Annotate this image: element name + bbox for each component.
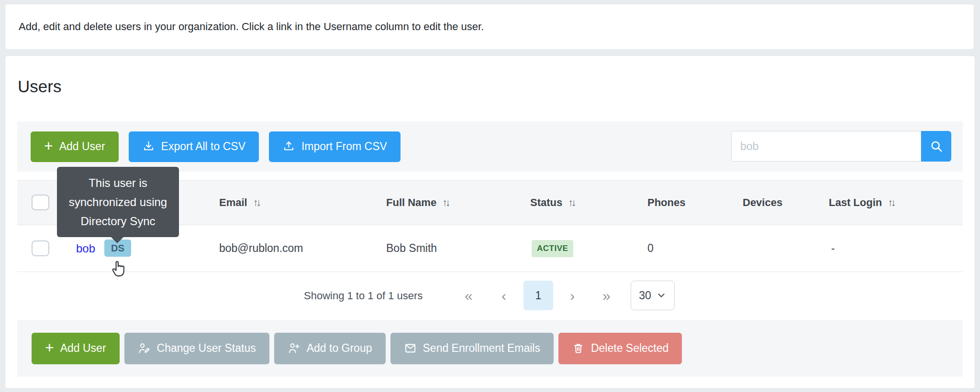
export-csv-label: Export All to CSV xyxy=(161,140,245,153)
pagination-last-button[interactable]: » xyxy=(602,272,611,320)
page-description: Add, edit and delete users in your organ… xyxy=(19,21,484,33)
plus-icon: + xyxy=(44,138,53,153)
sort-icon[interactable]: ↑↓ xyxy=(253,197,259,208)
tooltip-line: This user is xyxy=(57,174,179,193)
email-cell: bob@rublon.com xyxy=(219,225,303,272)
search-button[interactable] xyxy=(921,131,951,162)
bulk-actions-toolbar: + Add User Change User Status Add to Gro… xyxy=(17,320,963,377)
directory-sync-tooltip: This user is synchronized using Director… xyxy=(57,167,179,237)
chevron-right-icon: › xyxy=(570,288,575,304)
header-last-login[interactable]: Last Login ↑↓ xyxy=(829,181,894,225)
double-chevron-left-icon: « xyxy=(465,288,473,304)
import-csv-label: Import From CSV xyxy=(301,140,387,153)
trash-icon xyxy=(572,342,585,355)
add-user-button-bottom[interactable]: + Add User xyxy=(32,333,120,364)
change-user-status-label: Change User Status xyxy=(157,342,256,355)
users-panel: Users + Add User Export All to CSV Impor… xyxy=(5,55,975,389)
double-chevron-right-icon: » xyxy=(602,288,611,304)
send-enrollment-emails-label: Send Enrollment Emails xyxy=(423,342,540,355)
pagination-page-1[interactable]: 1 xyxy=(523,281,553,310)
tooltip-line: Directory Sync xyxy=(57,212,179,231)
add-user-button[interactable]: + Add User xyxy=(31,131,119,162)
users-admin-page: Add, edit and delete users in your organ… xyxy=(0,0,980,392)
select-all-checkbox[interactable] xyxy=(32,195,49,210)
last-login-cell: - xyxy=(831,225,835,272)
delete-selected-label: Delete Selected xyxy=(591,342,668,355)
full-name-cell: Bob Smith xyxy=(386,225,437,272)
pagination-next-button[interactable]: › xyxy=(570,272,575,320)
user-edit-icon xyxy=(138,342,151,355)
page-size-select[interactable]: 30 xyxy=(631,281,675,310)
search-icon xyxy=(929,139,944,153)
hand-cursor-pointer xyxy=(111,256,131,280)
add-to-group-button[interactable]: Add to Group xyxy=(274,333,386,364)
pagination-summary: Showing 1 to 1 of 1 users xyxy=(304,272,423,320)
add-user-label: Add User xyxy=(59,140,105,153)
header-status[interactable]: Status ↑↓ xyxy=(530,181,574,225)
add-user-bottom-label: Add User xyxy=(60,342,106,355)
header-devices: Devices xyxy=(743,181,782,225)
page-description-bar: Add, edit and delete users in your organ… xyxy=(5,4,974,50)
tooltip-arrow xyxy=(111,237,124,243)
import-csv-button[interactable]: Import From CSV xyxy=(269,131,401,162)
pagination-prev-button[interactable]: ‹ xyxy=(501,272,506,320)
header-phones: Phones xyxy=(647,181,685,225)
status-badge: ACTIVE xyxy=(532,240,573,257)
sort-icon[interactable]: ↑↓ xyxy=(888,197,894,208)
sort-icon[interactable]: ↑↓ xyxy=(442,197,448,208)
page-title: Users xyxy=(18,77,61,96)
chevron-down-icon xyxy=(656,290,667,301)
username-link[interactable]: bob xyxy=(76,242,95,255)
envelope-icon xyxy=(404,342,417,355)
change-user-status-button[interactable]: Change User Status xyxy=(124,333,269,364)
upload-icon xyxy=(282,140,295,153)
chevron-left-icon: ‹ xyxy=(501,288,506,304)
export-csv-button[interactable]: Export All to CSV xyxy=(129,131,259,162)
top-toolbar: + Add User Export All to CSV Import From… xyxy=(17,121,963,172)
header-full-name[interactable]: Full Name ↑↓ xyxy=(386,181,448,225)
pagination-first-button[interactable]: « xyxy=(465,272,473,320)
send-enrollment-emails-button[interactable]: Send Enrollment Emails xyxy=(390,333,554,364)
sort-icon[interactable]: ↑↓ xyxy=(568,197,574,208)
tooltip-line: synchronized using xyxy=(57,193,179,212)
search-group xyxy=(731,131,951,162)
user-plus-icon xyxy=(288,342,301,355)
download-icon xyxy=(142,140,155,153)
add-to-group-label: Add to Group xyxy=(307,342,372,355)
plus-icon: + xyxy=(45,340,54,355)
phones-cell: 0 xyxy=(647,225,654,272)
row-checkbox[interactable] xyxy=(32,240,49,256)
page-size-value: 30 xyxy=(639,289,651,302)
pagination: Showing 1 to 1 of 1 users « ‹ 1 › » 30 xyxy=(17,272,963,320)
search-input[interactable] xyxy=(731,131,921,162)
delete-selected-button[interactable]: Delete Selected xyxy=(558,333,682,364)
status-cell: ACTIVE xyxy=(532,225,573,272)
header-email[interactable]: Email ↑↓ xyxy=(219,181,259,225)
